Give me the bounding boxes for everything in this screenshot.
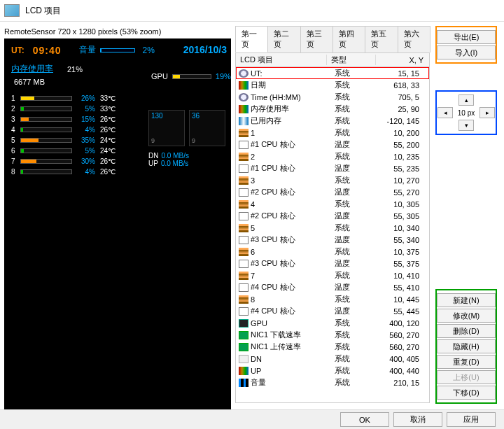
list-item[interactable]: 音量系统210, 15: [236, 377, 429, 388]
item-xy: 15, 15: [384, 69, 429, 78]
app-icon: [4, 4, 20, 17]
item-name: 6: [251, 248, 335, 256]
list-item[interactable]: #2 CPU 核心温度55, 305: [236, 210, 429, 222]
list-item[interactable]: NIC1 下载速率系统560, 270: [236, 329, 429, 341]
duplicate-button[interactable]: 重复(D): [437, 355, 496, 369]
list-item[interactable]: 5系统10, 340: [236, 222, 429, 234]
item-name: NIC1 上传速率: [251, 342, 335, 352]
item-name: GPU: [251, 319, 335, 328]
list-item[interactable]: 3系统10, 270: [236, 174, 429, 186]
item-icon: [239, 283, 248, 292]
list-item[interactable]: UT:系统15, 15: [236, 67, 429, 79]
item-icon: [239, 105, 248, 113]
item-xy: 560, 270: [384, 331, 429, 339]
col-name-header[interactable]: LCD 项目: [236, 55, 327, 65]
tab-1[interactable]: 第一页: [235, 26, 268, 52]
tab-2[interactable]: 第二页: [267, 26, 300, 52]
item-type: 系统: [335, 318, 384, 328]
item-list[interactable]: UT:系统15, 15日期系统618, 33Time (HH:MM)系统705,…: [235, 67, 430, 403]
list-item[interactable]: 2系统10, 235: [236, 150, 429, 162]
item-type: 温度: [335, 139, 384, 150]
list-item[interactable]: #3 CPU 核心温度55, 375: [236, 258, 429, 269]
preview-caption: RemoteSensor 720 x 1280 pixels (53% zoom…: [4, 26, 231, 38]
col-type-header[interactable]: 类型: [327, 55, 376, 65]
modify-button[interactable]: 修改(M): [437, 309, 496, 323]
list-item[interactable]: #4 CPU 核心温度55, 445: [236, 305, 429, 317]
cpu-row: 84%26℃: [11, 167, 224, 177]
item-xy: 705, 5: [384, 93, 429, 101]
dn-label: DN: [148, 152, 158, 160]
list-item[interactable]: 日期系统618, 33: [236, 79, 429, 91]
list-item[interactable]: 1系统10, 200: [236, 127, 429, 139]
nudge-left-button[interactable]: ◂: [438, 107, 453, 118]
item-xy: 10, 235: [384, 153, 429, 161]
item-icon: [239, 272, 248, 280]
item-type: 系统: [335, 330, 384, 340]
list-item[interactable]: #3 CPU 核心温度55, 340: [236, 234, 429, 246]
item-xy: 560, 270: [384, 343, 429, 351]
nudge-px-display: 10 px: [454, 109, 478, 117]
list-item[interactable]: GPU系统400, 120: [236, 317, 429, 329]
item-type: 系统: [335, 175, 384, 185]
item-name: 音量: [251, 377, 335, 388]
list-item[interactable]: 8系统10, 445: [236, 293, 429, 305]
item-type: 温度: [335, 163, 384, 174]
list-header: LCD 项目 类型 X, Y: [235, 53, 430, 67]
item-type: 系统: [335, 115, 384, 126]
item-xy: 55, 410: [384, 283, 429, 292]
up-value: 0.0 MB/s: [161, 160, 188, 167]
mem-pct: 21%: [67, 65, 83, 73]
item-icon: [239, 212, 248, 220]
nudge-down-button[interactable]: ▾: [458, 120, 474, 131]
cancel-button[interactable]: 取消: [393, 412, 442, 427]
tab-4[interactable]: 第四页: [332, 26, 365, 52]
list-item[interactable]: #1 CPU 核心温度55, 200: [236, 139, 429, 150]
list-item[interactable]: #4 CPU 核心温度55, 410: [236, 281, 429, 293]
titlebar: LCD 项目: [0, 0, 504, 22]
list-item[interactable]: #2 CPU 核心温度55, 270: [236, 186, 429, 198]
list-item[interactable]: DN系统400, 405: [236, 353, 429, 365]
list-item[interactable]: 7系统10, 410: [236, 269, 429, 281]
item-xy: 10, 340: [384, 224, 429, 232]
list-item[interactable]: 内存使用率系统25, 90: [236, 103, 429, 115]
item-name: #4 CPU 核心: [251, 306, 335, 316]
item-xy: 10, 305: [384, 200, 429, 209]
ut-label: UT:: [11, 45, 24, 55]
item-name: DN: [251, 355, 335, 363]
new-button[interactable]: 新建(N): [437, 293, 496, 307]
item-type: 系统: [335, 246, 384, 257]
tab-3[interactable]: 第三页: [300, 26, 333, 52]
export-button[interactable]: 导出(E): [437, 30, 496, 44]
edit-group: 新建(N) 修改(M) 删除(D) 隐藏(H) 重复(D) 上移(U) 下移(D…: [435, 289, 497, 404]
date-value: 2016/10/3: [183, 44, 227, 55]
item-xy: 400, 440: [384, 367, 429, 375]
list-item[interactable]: #1 CPU 核心温度55, 235: [236, 162, 429, 174]
delete-button[interactable]: 删除(D): [437, 324, 496, 338]
item-xy: 55, 445: [384, 307, 429, 316]
item-xy: 55, 375: [384, 260, 429, 268]
moveup-button[interactable]: 上移(U): [437, 370, 496, 384]
item-icon: [239, 295, 248, 304]
item-xy: 55, 305: [384, 212, 429, 220]
tab-6[interactable]: 第六页: [398, 26, 430, 52]
item-xy: -120, 145: [384, 117, 429, 125]
movedown-button[interactable]: 下移(D): [437, 386, 496, 400]
list-item[interactable]: UP系统400, 440: [236, 365, 429, 377]
item-type: 系统: [335, 92, 384, 102]
item-icon: [239, 153, 248, 161]
col-xy-header[interactable]: X, Y: [376, 56, 429, 64]
list-item[interactable]: 6系统10, 375: [236, 246, 429, 258]
list-item[interactable]: NIC1 上传速率系统560, 270: [236, 341, 429, 353]
apply-button[interactable]: 应用: [447, 412, 496, 427]
list-item[interactable]: 4系统10, 305: [236, 198, 429, 210]
list-item[interactable]: Time (HH:MM)系统705, 5: [236, 91, 429, 103]
tab-5[interactable]: 第五页: [365, 26, 398, 52]
nudge-right-button[interactable]: ▸: [479, 107, 495, 118]
ok-button[interactable]: OK: [340, 412, 389, 427]
nudge-up-button[interactable]: ▴: [458, 94, 474, 106]
hide-button[interactable]: 隐藏(H): [437, 339, 496, 353]
item-type: 系统: [335, 199, 384, 209]
import-button[interactable]: 导入(I): [437, 45, 496, 59]
list-item[interactable]: 已用内存系统-120, 145: [236, 115, 429, 127]
item-name: 8: [251, 295, 335, 304]
